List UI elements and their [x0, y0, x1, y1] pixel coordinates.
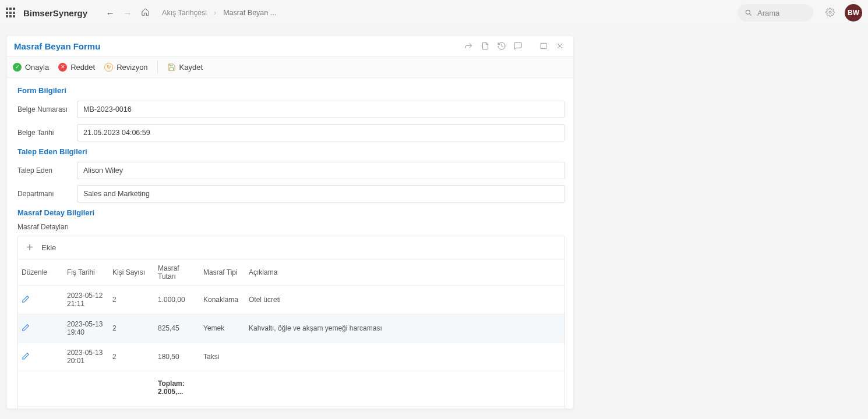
edit-pen-icon[interactable] [22, 297, 30, 305]
panel-header: Masraf Beyan Formu [7, 36, 573, 56]
sum-label: Toplam: 2.005,... [154, 371, 200, 407]
check-icon: ✓ [13, 63, 22, 72]
edit-pen-icon[interactable] [22, 354, 30, 362]
close-icon[interactable] [553, 40, 566, 52]
col-date[interactable]: Fiş Tarihi [63, 260, 109, 286]
comment-icon[interactable] [511, 40, 524, 52]
breadcrumb: Akış Tarihçesi › Masraf Beyan ... [162, 9, 276, 17]
history-icon[interactable] [495, 40, 508, 52]
chevron-right-icon: › [214, 9, 216, 17]
svg-line-1 [749, 13, 751, 15]
document-icon[interactable] [479, 40, 492, 52]
expense-grid: + Ekle Düzenle Fiş Tarihi Kişi Sayısı Ma… [17, 236, 565, 409]
section-requester-info: Talep Eden Bilgileri [17, 147, 565, 156]
breadcrumb-item-history[interactable]: Akış Tarihçesi [162, 9, 207, 17]
revision-icon: ↻ [104, 63, 113, 72]
svg-rect-3 [541, 43, 546, 48]
breadcrumb-item-current: Masraf Beyan ... [223, 9, 276, 17]
col-edit[interactable]: Düzenle [18, 260, 63, 286]
sum-row: Toplam: 2.005,... [18, 371, 564, 407]
nav-forward-icon: → [119, 8, 136, 18]
brand-logo[interactable]: BimserSynergy [23, 8, 87, 18]
gear-icon[interactable] [821, 8, 839, 19]
approve-label: Onayla [25, 63, 49, 72]
table-row[interactable]: 2023-05-12 21:11 2 1.000,00 Konaklama Ot… [18, 286, 564, 314]
expense-table: Düzenle Fiş Tarihi Kişi Sayısı Masraf Tu… [18, 260, 564, 406]
home-icon[interactable] [136, 8, 154, 18]
divider [157, 61, 158, 73]
nav-back-icon[interactable]: ← [101, 8, 119, 18]
svg-point-2 [829, 11, 831, 13]
x-icon: ✕ [58, 63, 67, 72]
save-icon [167, 63, 176, 72]
page-title: Masraf Beyan Formu [14, 41, 459, 51]
topbar: BimserSynergy ← → Akış Tarihçesi › Masra… [0, 0, 868, 26]
avatar[interactable]: BW [845, 4, 862, 22]
doc-date-label: Belge Tarihi [17, 129, 77, 137]
table-row[interactable]: 2023-05-13 19:40 2 825,45 Yemek Kahvaltı… [18, 314, 564, 343]
department-label: Departmanı [17, 190, 77, 198]
approve-button[interactable]: ✓ Onayla [13, 63, 49, 72]
section-expense-detail: Masraf Detay Bilgileri [17, 208, 565, 217]
department-field[interactable]: Sales and Marketing [77, 185, 565, 203]
grid-toolbar: + Ekle [18, 236, 564, 260]
search-input[interactable]: Arama [738, 4, 813, 22]
reject-label: Reddet [70, 63, 95, 72]
save-button[interactable]: Kaydet [167, 63, 203, 72]
requester-field[interactable]: Alison Wiley [77, 162, 565, 179]
form-panel: Masraf Beyan Formu ✓ Onayla ✕ Reddet ↻ R… [7, 36, 573, 409]
doc-date-field[interactable]: 21.05.2023 04:06:59 [77, 124, 565, 141]
details-label: Masraf Detayları [17, 223, 565, 231]
requester-label: Talep Eden [17, 166, 77, 175]
panel-body: Form Bilgileri Belge Numarası MB-2023-00… [7, 78, 573, 409]
add-button[interactable]: Ekle [41, 243, 56, 252]
revision-button[interactable]: ↻ Revizyon [104, 63, 147, 72]
table-row[interactable]: 2023-05-13 20:01 2 180,50 Taksi [18, 343, 564, 371]
col-desc[interactable]: Açıklama [245, 260, 564, 286]
svg-point-0 [746, 10, 750, 14]
pager: 10 20 30 40 Sayfa 1 / 1 (3 öğe) 1 [18, 406, 564, 409]
save-label: Kaydet [179, 63, 203, 72]
action-bar: ✓ Onayla ✕ Reddet ↻ Revizyon Kaydet [7, 56, 573, 78]
col-amount[interactable]: Masraf Tutarı [154, 260, 200, 286]
doc-number-label: Belge Numarası [17, 105, 77, 113]
search-placeholder: Arama [757, 9, 779, 17]
col-people[interactable]: Kişi Sayısı [109, 260, 154, 286]
doc-number-field[interactable]: MB-2023-0016 [77, 101, 565, 118]
reject-button[interactable]: ✕ Reddet [58, 63, 95, 72]
revision-label: Revizyon [117, 63, 147, 72]
section-form-info: Form Bilgileri [17, 86, 565, 95]
col-type[interactable]: Masraf Tipi [200, 260, 245, 286]
share-icon[interactable] [463, 40, 475, 52]
edit-pen-icon[interactable] [22, 325, 30, 333]
maximize-icon[interactable] [537, 40, 550, 52]
apps-grid-icon[interactable] [6, 8, 16, 18]
plus-icon[interactable]: + [24, 241, 36, 254]
search-icon [744, 9, 753, 17]
